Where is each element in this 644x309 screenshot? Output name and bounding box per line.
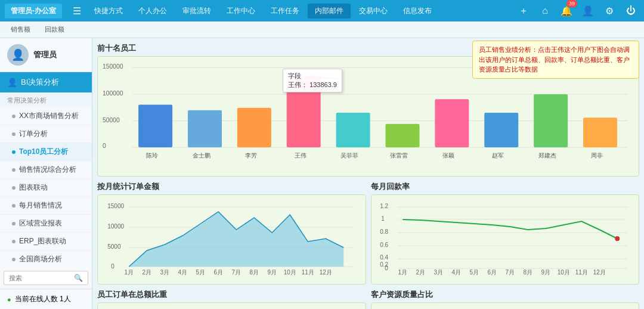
nav-trade-center[interactable]: 交易中心 [352,4,395,18]
online-indicator: ● [7,296,11,303]
svg-text:10月: 10月 [284,269,296,276]
notification-badge: 39 [566,0,577,7]
svg-text:1.2: 1.2 [380,203,388,209]
svg-text:3月: 3月 [434,269,443,276]
sidebar-item-regional-report[interactable]: 区域营业报表 [0,215,92,233]
svg-text:4月: 4月 [451,269,461,276]
svg-text:0: 0 [385,265,388,271]
svg-text:周非: 周非 [591,152,603,159]
sidebar-item-label: 销售情况综合分析 [19,165,76,175]
dot-icon [12,150,16,154]
hamburger-button[interactable]: ☰ [68,3,86,19]
svg-text:12月: 12月 [320,269,332,276]
svg-text:1月: 1月 [124,269,134,276]
dot-icon [12,222,16,225]
home-button[interactable]: ⌂ [537,2,553,19]
annotation-text: 员工销售业绩分析：点击王伟这个用户下图会自动调出该用户的订单总额、回款率、订单总… [479,46,630,73]
sidebar-module[interactable]: 👤 BI决策分析 [0,72,92,92]
nav-work-tasks[interactable]: 工作任务 [264,4,306,18]
sidebar-item-label: 图表联动 [19,183,48,193]
dot-icon [12,204,16,208]
avatar: 👤 [7,44,29,66]
sidebar-item-national-market[interactable]: 全国商场分析 [0,251,92,267]
svg-text:0.6: 0.6 [380,242,388,248]
sidebar-item-label: 订单分析 [19,129,48,139]
svg-text:5000: 5000 [107,243,121,250]
dot-icon [12,258,16,261]
svg-text:3月: 3月 [160,269,169,276]
search-input[interactable] [9,274,74,282]
annotation-box: 员工销售业绩分析：点击王伟这个用户下图会自动调出该用户的订单总额、回款率、订单总… [472,41,639,79]
order-proportion-section: 员工订单在总额比重 ... [97,289,366,309]
svg-text:10000: 10000 [107,223,124,230]
nav-icon-group: ＋ ⌂ 🔔 39 👤 ⚙ ⏻ [515,2,639,19]
user-button[interactable]: 👤 [580,2,596,19]
svg-text:0: 0 [111,263,114,270]
sidebar-item-chart-linkage[interactable]: 图表联动 [0,179,92,197]
nav-shortcuts[interactable]: 快捷方式 [87,4,130,18]
customer-quality-section: 客户资源质量占比 ... [371,289,640,309]
sidebar-item-top10[interactable]: Top10员工分析 [0,143,92,161]
svg-text:2月: 2月 [416,269,425,276]
monthly-return-title: 每月回款率 [371,181,640,192]
svg-rect-10 [237,108,271,147]
svg-rect-8 [138,105,172,147]
nav-info-publish[interactable]: 信息发布 [396,4,439,18]
monthly-order-svg: 15000 10000 5000 0 1 [103,200,361,277]
top-navigation: 管理员-办公室 ☰ 快捷方式 个人办公 审批流转 工作中心 工作任务 内部邮件 … [0,0,644,21]
svg-text:150000: 150000 [103,63,123,70]
svg-text:0: 0 [103,143,106,149]
second-nav-sales[interactable]: 销售额 [5,23,36,36]
nav-approval[interactable]: 审批流转 [175,4,218,18]
svg-text:5月: 5月 [196,269,205,276]
svg-text:0.8: 0.8 [380,228,388,235]
add-button[interactable]: ＋ [515,2,532,19]
svg-text:11月: 11月 [575,269,587,276]
settings-button[interactable]: ⚙ [601,2,618,19]
svg-text:2月: 2月 [142,269,151,276]
bottom-chart-row: 员工订单在总额比重 ... 客户资源质量占比 ... [97,289,639,309]
customer-quality-title: 客户资源质量占比 [371,289,640,300]
nav-personal-office[interactable]: 个人办公 [131,4,174,18]
svg-text:7月: 7月 [505,269,515,276]
module-icon: 👤 [7,78,17,87]
main-layout: 👤 管理员 👤 BI决策分析 常用决策分析 XX市商场销售分析 订单分析 Top… [0,38,644,309]
sidebar-username: 管理员 [33,50,57,60]
sidebar-module-label: BI决策分析 [21,77,59,88]
monthly-return-chart[interactable]: 1.2 1 0.8 0.6 0.4 0.2 0 [371,194,640,285]
dot-icon [12,240,16,243]
sidebar-item-erp[interactable]: ERP_图表联动 [0,233,92,251]
sidebar-item-label: ERP_图表联动 [19,236,66,246]
svg-text:张雷雷: 张雷雷 [390,152,408,159]
svg-rect-9 [188,110,222,147]
svg-text:李芳: 李芳 [245,152,257,159]
svg-rect-11 [287,76,321,147]
sidebar-items-list: XX市商场销售分析 订单分析 Top10员工分析 销售情况综合分析 图表联动 每… [0,107,92,267]
monthly-order-section: 按月统计订单金额 15000 10000 5000 0 [97,181,366,285]
notification-button[interactable]: 🔔 39 [558,2,575,19]
power-button[interactable]: ⏻ [623,2,639,19]
dot-icon [12,186,16,190]
sidebar-item-order[interactable]: 订单分析 [0,125,92,143]
svg-text:赵军: 赵军 [492,152,504,159]
svg-text:吴菲菲: 吴菲菲 [340,152,358,159]
sidebar-item-sales-comprehensive[interactable]: 销售情况综合分析 [0,161,92,179]
svg-rect-17 [583,118,617,147]
middle-chart-row: 按月统计订单金额 15000 10000 5000 0 [97,181,639,285]
svg-rect-15 [484,113,518,147]
monthly-order-chart[interactable]: 15000 10000 5000 0 1 [97,194,366,285]
nav-internal-mail[interactable]: 内部邮件 [308,4,351,18]
nav-work-center[interactable]: 工作中心 [219,4,262,18]
svg-text:6月: 6月 [487,269,497,276]
sidebar-item-market[interactable]: XX市商场销售分析 [0,107,92,125]
sidebar-item-label: Top10员工分析 [19,147,68,157]
order-proportion-chart[interactable]: ... [97,302,366,309]
second-nav-returns[interactable]: 回款额 [39,23,70,36]
svg-rect-16 [534,94,568,147]
svg-text:1月: 1月 [398,269,407,276]
nav-logo[interactable]: 管理员-办公室 [5,4,62,18]
sidebar-item-monthly-sales[interactable]: 每月销售情况 [0,197,92,215]
dot-icon [12,168,16,172]
customer-quality-chart[interactable]: ... [371,302,640,309]
search-box[interactable]: 🔍 [4,271,88,285]
